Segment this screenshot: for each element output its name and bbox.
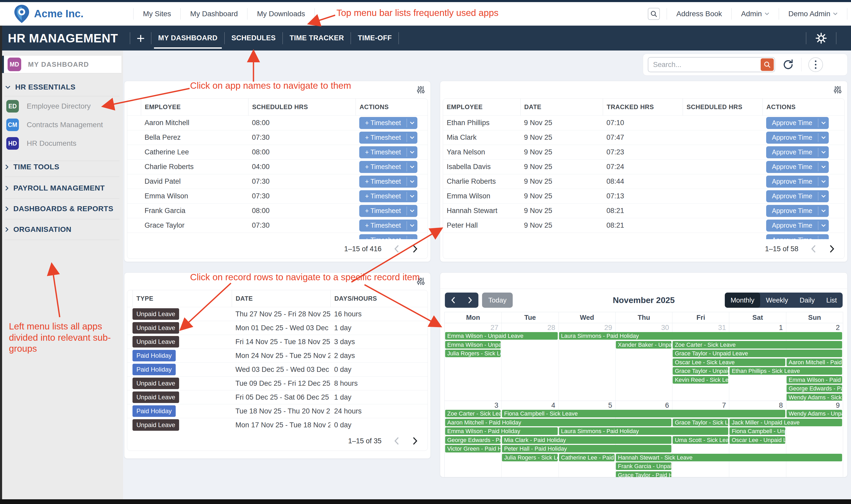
calendar-event[interactable]: Emma Wilson - Unpaid Leave (445, 341, 501, 348)
calendar-event[interactable]: Fiona Campbell - Sick Leave (502, 410, 785, 417)
approve-time-button[interactable]: Approve Time (766, 205, 829, 217)
calendar-event[interactable]: Hannah Stewart - Sick Leave (616, 454, 842, 461)
calendar-event[interactable]: Ethan Phillips - Sick Leave (730, 367, 842, 375)
topbar-menu-item-my-dashboard[interactable]: My Dashboard (181, 10, 247, 18)
tab-schedules[interactable]: SCHEDULES (225, 26, 282, 51)
approve-time-button[interactable]: Approve Time (766, 161, 829, 173)
sidebar-group-time-tools[interactable]: TIME TOOLS (5, 161, 120, 173)
topbar-menu-item-my-downloads[interactable]: My Downloads (247, 10, 314, 18)
table-row[interactable]: Frank Garcia08:00+ Timesheet (127, 203, 428, 218)
add-timesheet-button[interactable]: + Timesheet (359, 234, 417, 239)
calendar-date[interactable]: 1 (729, 324, 786, 332)
calendar-event[interactable]: Grace Taylor - Unpaid Leave (673, 349, 842, 357)
search-submit-button[interactable] (761, 58, 774, 71)
table-row[interactable]: Charlie Roberts9 Nov 2508:44Approve Time (443, 174, 845, 189)
calendar-date[interactable]: 2 (786, 324, 843, 332)
table-row[interactable]: Peter Hall9 Nov 2508:21Approve Time (443, 218, 845, 233)
calendar-event[interactable]: Oscar Lee - Sick Leave (673, 359, 785, 366)
table-row[interactable]: Approve Time (443, 233, 845, 239)
sidebar-group-payroll-management[interactable]: PAYROLL MANAGEMENT (5, 182, 120, 194)
table-row[interactable]: Catherine Lee08:00+ Timesheet (127, 145, 428, 159)
calendar-date[interactable]: 31 (672, 324, 729, 332)
calendar-date[interactable]: 30 (615, 324, 672, 332)
calendar-event[interactable]: Xander Baker - Unpaid Leave (616, 341, 671, 348)
calendar-event[interactable]: George Edwards - Paid Holiday (445, 436, 501, 444)
sidebar-item-employee-directory[interactable]: EDEmployee Directory (6, 99, 120, 113)
table-row[interactable]: Paid HolidayTue 18 Nov 25 - Thu 20 Nov 2… (127, 404, 428, 418)
calendar-date[interactable]: 6 (615, 401, 672, 410)
approve-time-button[interactable]: Approve Time (766, 146, 829, 158)
sidebar-item-contracts-management[interactable]: CMContracts Management (6, 118, 120, 132)
calendar-date[interactable]: 8 (729, 401, 786, 410)
table-row[interactable]: Charlie Roberts04:00+ Timesheet (127, 159, 428, 174)
table-row[interactable]: Mia Clark9 Nov 2507:47Approve Time (443, 130, 845, 145)
more-options-button[interactable] (808, 57, 823, 72)
sidebar-item-my-dashboard[interactable]: MDMY DASHBOARD (2, 56, 121, 73)
calendar-date[interactable]: 3 (445, 401, 501, 410)
add-tab-button[interactable]: + (130, 32, 151, 44)
tab-time-off[interactable]: TIME-OFF (351, 26, 399, 51)
table-row[interactable]: Yara Nelson9 Nov 2507:23Approve Time (443, 145, 845, 159)
search-input[interactable] (648, 58, 775, 72)
filter-icon[interactable] (416, 85, 425, 95)
company-logo[interactable]: Acme Inc. (14, 4, 84, 23)
gear-icon[interactable] (815, 32, 827, 44)
prev-page-icon[interactable] (811, 245, 817, 253)
filter-icon[interactable] (833, 85, 842, 95)
add-timesheet-button[interactable]: + Timesheet (359, 190, 417, 202)
table-row[interactable]: Unpaid LeaveMon 01 Dec 25 - Wed 03 Dec 2… (127, 321, 428, 335)
next-page-icon[interactable] (412, 245, 418, 253)
approve-time-button[interactable]: Approve Time (766, 132, 829, 144)
table-row[interactable]: Paid HolidayMon 24 Nov 25 - Tue 25 Nov 2… (127, 348, 428, 362)
calendar-event[interactable]: Uma Scott - Sick Leave (673, 436, 728, 444)
approve-time-button[interactable]: Approve Time (766, 117, 829, 129)
calendar-event[interactable]: Fiona Campbell - Unpaid Leave (730, 427, 785, 435)
table-row[interactable]: David Patel07:30+ Timesheet (127, 174, 428, 189)
tab-my-dashboard[interactable]: MY DASHBOARD (151, 26, 224, 51)
table-row[interactable]: Unpaid LeaveFri 05 Dec 25 - Sat 06 Dec 2… (127, 390, 428, 404)
sidebar-group-dashboards-reports[interactable]: DASHBOARDS & REPORTS (5, 203, 120, 215)
table-row[interactable]: Emma Wilson9 Nov 2507:13Approve Time (443, 189, 845, 203)
sidebar-item-hr-documents[interactable]: HDHR Documents (6, 136, 120, 150)
calendar-event[interactable]: Grace Taylor - Sick Leave (673, 419, 728, 426)
view-weekly[interactable]: Weekly (760, 292, 794, 308)
table-row[interactable]: Unpaid LeaveThu 27 Nov 25 - Fri 28 Nov 2… (127, 307, 428, 321)
table-row[interactable]: Isabella Davis9 Nov 2507:24Approve Time (443, 159, 845, 174)
table-row[interactable]: + Timesheet (127, 233, 428, 239)
sidebar-group-organisation[interactable]: ORGANISATION (5, 224, 120, 235)
calendar-event[interactable]: Laura Simmons - Paid Holiday (559, 332, 842, 340)
calendar-event[interactable]: Wendy Adams - Unpaid Leave (786, 410, 842, 417)
table-row[interactable]: Bella Perez07:30+ Timesheet (127, 130, 428, 145)
approve-time-button[interactable]: Approve Time (766, 176, 829, 187)
add-timesheet-button[interactable]: + Timesheet (359, 219, 417, 232)
calendar-event[interactable]: Julia Rogers - Sick Leave (502, 454, 557, 461)
table-row[interactable]: Unpaid LeaveMon 17 Nov 25 - Tue 18 Nov 2… (127, 418, 428, 431)
view-list[interactable]: List (821, 292, 843, 308)
calendar-event[interactable]: Emma Wilson - Paid Holiday (445, 427, 558, 435)
calendar-event[interactable]: Catherine Lee - Paid Holiday (559, 454, 614, 461)
calendar-event[interactable]: Grace Taylor - Unpaid Leave (673, 367, 728, 375)
calendar-event[interactable]: Grace Taylor - Paid Holiday (616, 471, 671, 478)
prev-month-button[interactable] (445, 292, 462, 308)
next-month-button[interactable] (462, 292, 479, 308)
calendar-event[interactable]: Jack Miller - Unpaid Leave (730, 419, 842, 426)
add-timesheet-button[interactable]: + Timesheet (359, 146, 417, 158)
calendar-event[interactable]: Oscar Lee - Unpaid Leave (730, 436, 785, 444)
add-timesheet-button[interactable]: + Timesheet (359, 161, 417, 173)
table-row[interactable]: Paid HolidayWed 03 Dec 25 - Wed 03 Dec 2… (127, 362, 428, 376)
prev-page-icon[interactable] (394, 245, 400, 253)
today-button[interactable]: Today (482, 292, 513, 308)
topbar-menu-item-my-sites[interactable]: My Sites (134, 10, 180, 18)
add-timesheet-button[interactable]: + Timesheet (359, 205, 417, 217)
calendar-event[interactable]: Mia Clark - Paid Holiday (502, 436, 671, 444)
calendar-event[interactable]: Emma Wilson - Unpaid Leave (445, 332, 558, 340)
add-timesheet-button[interactable]: + Timesheet (359, 176, 417, 187)
calendar-event[interactable]: George Edwards - Paid Holiday (786, 385, 842, 392)
approve-time-button[interactable]: Approve Time (766, 219, 829, 232)
table-row[interactable]: Emma Wilson07:30+ Timesheet (127, 189, 428, 203)
calendar-date[interactable]: 28 (501, 324, 558, 332)
calendar-date[interactable]: 27 (445, 324, 501, 332)
calendar-event[interactable]: Kevin Reed - Sick Leave (673, 376, 728, 384)
topbar-link-address-book[interactable]: Address Book (667, 10, 731, 18)
sidebar-group-hr-essentials[interactable]: HR ESSENTIALS (5, 82, 120, 93)
